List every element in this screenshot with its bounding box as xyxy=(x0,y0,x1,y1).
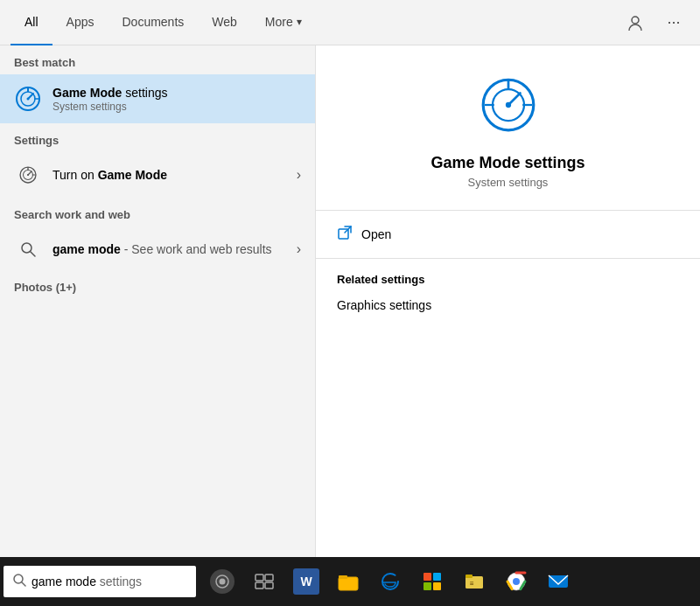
right-top-section: Game Mode settings System settings xyxy=(316,45,700,211)
open-label: Open xyxy=(361,227,391,241)
game-mode-settings-icon xyxy=(14,161,42,189)
web-label: Search work and web xyxy=(0,198,315,226)
svg-rect-39 xyxy=(466,576,483,589)
svg-rect-28 xyxy=(256,575,263,581)
user-icon-button[interactable] xyxy=(620,7,651,38)
search-icon-web xyxy=(14,235,42,263)
open-icon xyxy=(337,225,353,244)
tab-documents[interactable]: Documents xyxy=(108,0,198,45)
svg-point-12 xyxy=(27,174,29,176)
best-match-title: Game Mode settings xyxy=(52,86,168,100)
tab-all[interactable]: All xyxy=(10,0,52,45)
svg-rect-40 xyxy=(466,575,472,578)
chrome-button[interactable] xyxy=(497,557,536,606)
svg-rect-37 xyxy=(424,582,431,590)
chevron-right-web-icon: › xyxy=(297,241,301,257)
web-result-text: game mode - See work and web results xyxy=(52,242,272,256)
svg-point-43 xyxy=(513,578,520,585)
web-result-item[interactable]: game mode - See work and web results › xyxy=(0,226,315,272)
svg-point-0 xyxy=(632,17,639,24)
mail-button[interactable] xyxy=(539,557,578,606)
svg-rect-38 xyxy=(433,582,441,590)
settings-label: Settings xyxy=(0,123,315,152)
svg-rect-32 xyxy=(339,577,358,590)
best-match-subtitle: System settings xyxy=(52,101,168,113)
task-view-button[interactable] xyxy=(245,557,284,606)
svg-text:≡: ≡ xyxy=(470,580,474,588)
taskbar-search[interactable]: game mode settings xyxy=(4,566,196,597)
best-match-label: Best match xyxy=(0,45,315,74)
file-manager-button[interactable]: ≡ xyxy=(455,557,494,606)
right-title: Game Mode settings xyxy=(430,154,584,172)
tab-apps[interactable]: Apps xyxy=(52,0,108,45)
game-mode-icon-small xyxy=(14,85,42,113)
svg-line-14 xyxy=(31,252,35,256)
store-button[interactable] xyxy=(413,557,452,606)
more-options-button[interactable]: ··· xyxy=(658,7,690,38)
best-match-text: Game Mode settings System settings xyxy=(52,86,168,113)
right-panel: Game Mode settings System settings Open … xyxy=(315,45,700,557)
svg-rect-29 xyxy=(265,575,273,581)
taskbar-icons: W xyxy=(203,557,578,606)
taskbar: game mode settings W xyxy=(0,557,700,606)
taskbar-search-icon xyxy=(12,573,26,590)
settings-item-text: Turn on Game Mode xyxy=(52,168,167,182)
ellipsis-icon: ··· xyxy=(667,13,680,31)
word-button[interactable]: W xyxy=(287,557,326,606)
tab-web[interactable]: Web xyxy=(198,0,251,45)
graphics-settings-link[interactable]: Graphics settings xyxy=(337,295,679,316)
chevron-right-icon: › xyxy=(297,167,301,183)
left-panel: Best match Game Mode settings System xyxy=(0,45,315,557)
open-action[interactable]: Open xyxy=(316,211,700,259)
main-container: Best match Game Mode settings System xyxy=(0,45,700,557)
chevron-down-icon: ▾ xyxy=(297,16,302,28)
svg-point-21 xyxy=(505,102,510,108)
nav-tabs: All Apps Documents Web More ▾ xyxy=(10,0,316,45)
related-title: Related settings xyxy=(337,273,679,286)
svg-point-13 xyxy=(22,243,32,253)
svg-rect-30 xyxy=(256,582,263,589)
game-mode-icon-large xyxy=(477,73,540,140)
nav-right: ··· xyxy=(620,7,690,38)
svg-rect-31 xyxy=(265,582,273,589)
svg-rect-35 xyxy=(424,573,431,581)
edge-button[interactable] xyxy=(371,557,410,606)
best-match-item[interactable]: Game Mode settings System settings xyxy=(0,74,315,123)
svg-rect-36 xyxy=(433,573,441,581)
right-subtitle: System settings xyxy=(468,176,549,189)
tab-more[interactable]: More ▾ xyxy=(251,0,316,45)
svg-line-25 xyxy=(22,582,25,586)
cortana-button[interactable] xyxy=(203,557,242,606)
svg-point-27 xyxy=(220,579,226,585)
file-explorer-button[interactable] xyxy=(329,557,368,606)
taskbar-search-text: game mode settings xyxy=(32,575,142,589)
top-nav: All Apps Documents Web More ▾ ··· xyxy=(0,0,700,45)
svg-point-6 xyxy=(27,98,30,101)
related-section: Related settings Graphics settings xyxy=(316,259,700,330)
settings-item[interactable]: Turn on Game Mode › xyxy=(0,152,315,198)
photos-label: Photos (1+) xyxy=(0,272,315,303)
